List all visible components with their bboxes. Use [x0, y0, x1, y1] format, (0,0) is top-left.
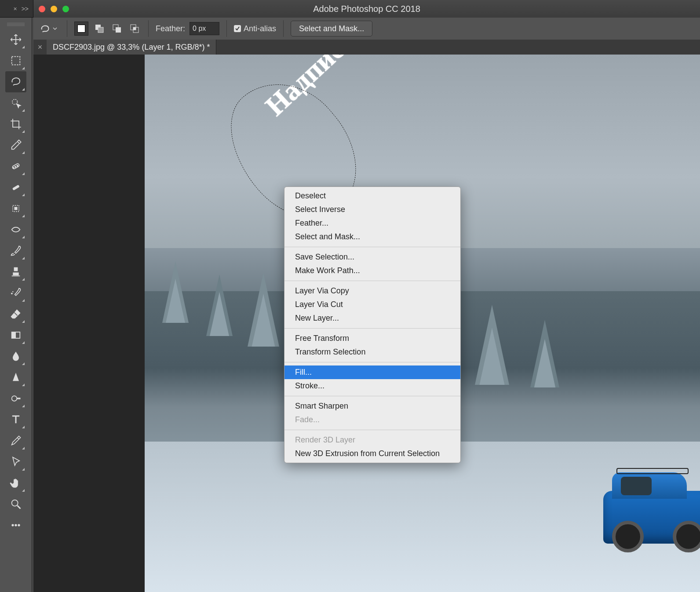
- healing-brush-tool[interactable]: [5, 177, 26, 198]
- feather-input[interactable]: [190, 22, 219, 35]
- gradient-tool[interactable]: [5, 325, 26, 346]
- context-menu-item: Render 3D Layer: [284, 433, 460, 447]
- text-tool[interactable]: [5, 409, 26, 430]
- chevron-down-icon: [53, 26, 57, 31]
- divider: [67, 20, 67, 37]
- image-tree: [530, 320, 559, 387]
- options-bar: Feather: Anti-alias Select and Mask...: [33, 18, 700, 40]
- svg-point-10: [13, 167, 14, 168]
- context-menu-item[interactable]: Layer Via Cut: [284, 298, 460, 311]
- content-aware-move-tool[interactable]: [5, 219, 26, 240]
- image-tree: [475, 305, 509, 385]
- context-menu-item[interactable]: Feather...: [284, 216, 460, 230]
- svg-rect-6: [133, 27, 136, 30]
- svg-rect-15: [15, 207, 18, 210]
- window-controls: [39, 6, 69, 12]
- context-menu-item[interactable]: Fill...: [284, 365, 460, 379]
- add-selection-mode[interactable]: [93, 22, 106, 35]
- svg-point-12: [17, 165, 18, 166]
- context-menu-item[interactable]: New Layer...: [284, 311, 460, 325]
- context-menu-separator: [284, 281, 460, 281]
- context-menu-item[interactable]: Make Work Path...: [284, 264, 460, 278]
- context-menu-item[interactable]: Transform Selection: [284, 345, 460, 359]
- context-menu-item: Fade...: [284, 413, 460, 427]
- intersect-selection-mode[interactable]: [128, 22, 141, 35]
- spot-heal-tool[interactable]: [5, 156, 26, 177]
- image-tree: [248, 273, 279, 347]
- context-menu-item[interactable]: Smart Sharpen: [284, 399, 460, 413]
- context-menu-item[interactable]: Layer Via Copy: [284, 284, 460, 298]
- anti-alias-checkbox[interactable]: Anti-alias: [234, 24, 276, 33]
- canvas-area: Надпись DeselectSelect InverseFeather...…: [33, 55, 700, 592]
- checkbox-checked-icon: [234, 25, 241, 32]
- active-tool-indicator[interactable]: [38, 24, 60, 33]
- image-car: [603, 491, 700, 544]
- svg-rect-7: [12, 57, 20, 65]
- svg-point-22: [18, 524, 20, 526]
- panel-close-icon[interactable]: ×: [13, 5, 17, 12]
- tools-panel: [0, 18, 32, 592]
- context-menu-item[interactable]: New 3D Extrusion from Current Selection: [284, 447, 460, 460]
- window-titlebar: Adobe Photoshop CC 2018: [33, 0, 700, 18]
- svg-point-21: [15, 524, 17, 526]
- blur-tool[interactable]: [5, 346, 26, 367]
- context-menu-separator: [284, 247, 460, 247]
- eraser-tool[interactable]: [5, 303, 26, 325]
- anti-alias-label: Anti-alias: [244, 24, 276, 33]
- patch-tool[interactable]: [5, 198, 26, 219]
- pen-tool[interactable]: [5, 430, 26, 451]
- svg-rect-17: [12, 332, 16, 338]
- svg-point-18: [12, 396, 17, 401]
- lasso-tool[interactable]: [5, 71, 26, 92]
- context-menu-separator: [284, 328, 460, 329]
- context-menu: DeselectSelect InverseFeather...Select a…: [284, 186, 461, 463]
- context-menu-separator: [284, 396, 460, 396]
- image-tree: [162, 261, 189, 323]
- new-selection-mode[interactable]: [74, 22, 88, 36]
- move-tool[interactable]: [5, 29, 26, 50]
- svg-rect-3: [116, 27, 121, 33]
- context-menu-item[interactable]: Deselect: [284, 189, 460, 203]
- feather-label: Feather:: [156, 24, 185, 33]
- svg-point-20: [12, 524, 14, 526]
- context-menu-item[interactable]: Stroke...: [284, 379, 460, 393]
- eyedropper-tool[interactable]: [5, 135, 26, 156]
- more-tools[interactable]: [5, 515, 26, 536]
- divider: [283, 20, 284, 37]
- zoom-tool[interactable]: [5, 493, 26, 515]
- document-tab[interactable]: DSCF2903.jpg @ 33,3% (Layer 1, RGB/8*) *: [47, 40, 216, 55]
- document-tab-bar: × DSCF2903.jpg @ 33,3% (Layer 1, RGB/8*)…: [33, 40, 700, 55]
- select-and-mask-button[interactable]: Select and Mask...: [291, 21, 372, 37]
- svg-rect-1: [98, 27, 103, 33]
- marquee-tool[interactable]: [5, 50, 26, 71]
- context-menu-item[interactable]: Save Selection...: [284, 250, 460, 264]
- panel-grip[interactable]: [7, 22, 25, 26]
- window-zoom-button[interactable]: [62, 6, 69, 12]
- svg-rect-13: [12, 185, 20, 190]
- tab-close-button[interactable]: ×: [33, 40, 47, 55]
- window-minimize-button[interactable]: [51, 6, 57, 12]
- window-close-button[interactable]: [39, 6, 45, 12]
- crop-tool[interactable]: [5, 113, 26, 135]
- stamp-tool[interactable]: [5, 261, 26, 282]
- panel-collapse-strip: × >>: [0, 0, 33, 18]
- path-select-tool[interactable]: [5, 451, 26, 472]
- context-menu-separator: [284, 362, 460, 362]
- context-menu-item[interactable]: Select Inverse: [284, 203, 460, 216]
- panel-expand-icon[interactable]: >>: [22, 5, 29, 12]
- hand-tool[interactable]: [5, 472, 26, 493]
- dodge-tool[interactable]: [5, 388, 26, 409]
- context-menu-separator: [284, 430, 460, 430]
- context-menu-item[interactable]: Select and Mask...: [284, 230, 460, 244]
- history-brush-tool[interactable]: [5, 282, 26, 303]
- subtract-selection-mode[interactable]: [110, 22, 124, 35]
- svg-point-11: [15, 166, 16, 167]
- image-tree: [206, 274, 233, 336]
- brush-tool[interactable]: [5, 240, 26, 261]
- svg-point-19: [12, 500, 18, 506]
- quick-select-tool[interactable]: [5, 92, 26, 113]
- sharpen-tool[interactable]: [5, 367, 26, 388]
- context-menu-item[interactable]: Free Transform: [284, 332, 460, 345]
- app-title: Adobe Photoshop CC 2018: [33, 4, 700, 14]
- divider: [148, 20, 149, 37]
